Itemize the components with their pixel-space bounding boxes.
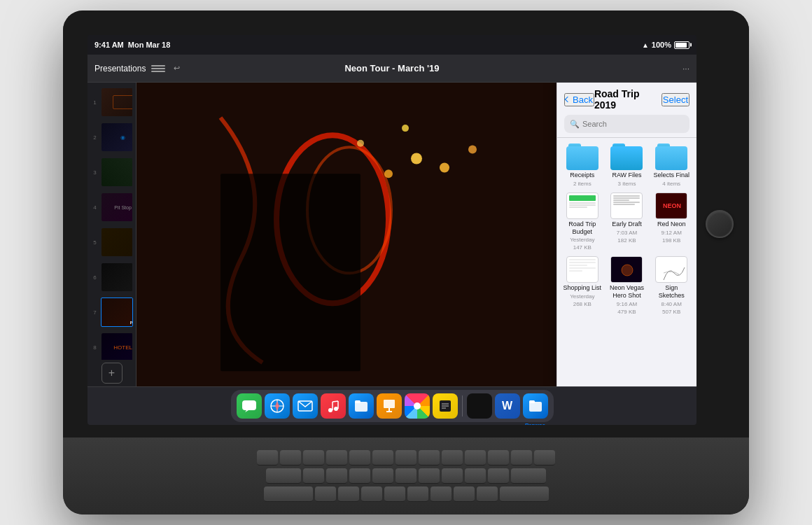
slide-number-1: 1 (90, 99, 97, 106)
search-input[interactable] (582, 120, 684, 128)
folder-selects[interactable]: Selects Final 4 items (652, 144, 691, 187)
key[interactable] (454, 486, 475, 502)
key[interactable] (349, 468, 370, 484)
key[interactable] (511, 450, 532, 465)
dock-word-icon[interactable]: W (495, 393, 520, 419)
file-budget[interactable]: Road Trip Budget Yesterday 147 KB (563, 192, 602, 251)
folder-receipts[interactable]: Receipts 2 items (563, 144, 602, 187)
slide-thumb-3[interactable] (101, 158, 133, 187)
battery-icon (674, 41, 690, 49)
slide-thumb-8[interactable]: HOTEL (101, 332, 133, 360)
dock-files-icon[interactable] (349, 393, 374, 419)
key[interactable] (315, 486, 336, 502)
file-size-budget: 147 KB (573, 244, 592, 251)
key-tab[interactable] (266, 468, 301, 484)
key[interactable] (488, 468, 509, 484)
file-shopping[interactable]: Shopping List Yesterday 268 KB (563, 256, 602, 315)
dock-black-app-icon[interactable] (467, 393, 492, 419)
key[interactable] (326, 468, 347, 484)
folder-raw[interactable]: RAW Files 3 items (608, 144, 647, 187)
file-time-sketches: 8:40 AM (661, 301, 681, 307)
file-thumb-sketches (655, 256, 687, 283)
key[interactable] (257, 450, 278, 465)
main-content: 1 (88, 83, 696, 386)
file-name-budget: Road Trip Budget (563, 220, 602, 236)
slides-view-icon[interactable] (151, 63, 165, 74)
key[interactable] (326, 450, 347, 465)
key[interactable] (488, 450, 509, 465)
toolbar-center: Neon Tour - March '19 (192, 63, 592, 74)
slide-thumb-6[interactable] (101, 262, 133, 292)
key[interactable] (396, 468, 416, 484)
undo-button[interactable]: ↩ (171, 61, 183, 76)
slide-row-1: 1 (88, 85, 136, 119)
key[interactable] (372, 450, 393, 465)
files-back-button[interactable]: Back (564, 93, 594, 106)
key[interactable] (430, 486, 451, 502)
home-button[interactable] (706, 210, 734, 238)
key[interactable] (396, 450, 416, 465)
presentation-title: Neon Tour - March '19 (344, 63, 439, 74)
key[interactable] (303, 468, 324, 484)
files-folder-title: Road Trip 2019 (594, 88, 662, 111)
slide-thumb-5[interactable] (101, 227, 133, 257)
svg-text:NEON: NEON (663, 202, 681, 209)
key[interactable] (384, 486, 405, 502)
folder-count-raw: 3 items (618, 181, 636, 187)
dock-mail-icon[interactable] (293, 393, 318, 419)
file-vegas[interactable]: Neon Vegas Hero Shot 9:16 AM 479 KB (608, 256, 647, 315)
key[interactable] (338, 486, 359, 502)
dock-keynote-icon[interactable] (377, 393, 402, 419)
key[interactable] (465, 450, 486, 465)
keyboard-rows (77, 450, 735, 502)
files-select-button[interactable]: Select (662, 93, 690, 106)
dock-messages-icon[interactable] (237, 393, 262, 419)
svg-marker-19 (275, 401, 279, 411)
add-slide-button[interactable]: + (102, 363, 122, 384)
slide-thumb-2[interactable]: ◉ (101, 122, 133, 152)
key[interactable] (303, 450, 324, 465)
svg-point-7 (402, 125, 409, 132)
key[interactable] (361, 486, 382, 502)
svg-rect-26 (355, 402, 368, 412)
slide-number-6: 6 (90, 274, 97, 281)
key[interactable] (419, 450, 440, 465)
keyboard-area (63, 438, 749, 514)
vegas-svg (611, 257, 643, 283)
key[interactable] (419, 468, 440, 484)
key[interactable] (280, 450, 301, 465)
key-delete[interactable] (511, 468, 546, 484)
key-return[interactable] (500, 486, 549, 502)
slide-thumb-7[interactable]: Pit Stop (101, 298, 133, 327)
slide-thumb-1[interactable] (101, 88, 133, 117)
key[interactable] (349, 450, 370, 465)
slide-row-8: 8 HOTEL (88, 330, 136, 360)
file-thumb-shopping (566, 256, 598, 283)
toolbar-more-btn[interactable]: ··· (682, 64, 690, 74)
file-red-neon[interactable]: NEON Red Neon 9:12 AM 198 KB (652, 192, 691, 251)
mail-svg (298, 400, 313, 412)
presentations-button[interactable]: Presentations (94, 64, 146, 74)
safari-svg (270, 398, 285, 414)
slide-image-7: Pit Stop (102, 298, 133, 326)
dock-music-icon[interactable] (321, 393, 346, 419)
file-draft[interactable]: Early Draft 7:03 AM 182 KB (608, 192, 647, 251)
dock-notes-icon[interactable] (433, 393, 458, 419)
key[interactable] (442, 468, 463, 484)
key[interactable] (442, 450, 463, 465)
dock-files-browse-icon[interactable]: Browse (523, 393, 548, 419)
slide-thumb-4[interactable]: Pit Stop (101, 192, 133, 222)
key[interactable] (407, 486, 428, 502)
file-name-draft: Early Draft (612, 220, 642, 228)
file-sketches[interactable]: Sign Sketches 8:40 AM 507 KB (652, 256, 691, 315)
dock-safari-icon[interactable] (265, 393, 290, 419)
dock-photos-icon[interactable] (405, 393, 430, 419)
files-search-bar[interactable]: 🔍 (564, 115, 690, 133)
folder-icon-selects (655, 144, 687, 170)
key[interactable] (372, 468, 393, 484)
key[interactable] (477, 486, 498, 502)
back-chevron-icon (565, 97, 570, 102)
key-caps[interactable] (264, 486, 313, 502)
key[interactable] (534, 450, 555, 465)
key[interactable] (465, 468, 486, 484)
